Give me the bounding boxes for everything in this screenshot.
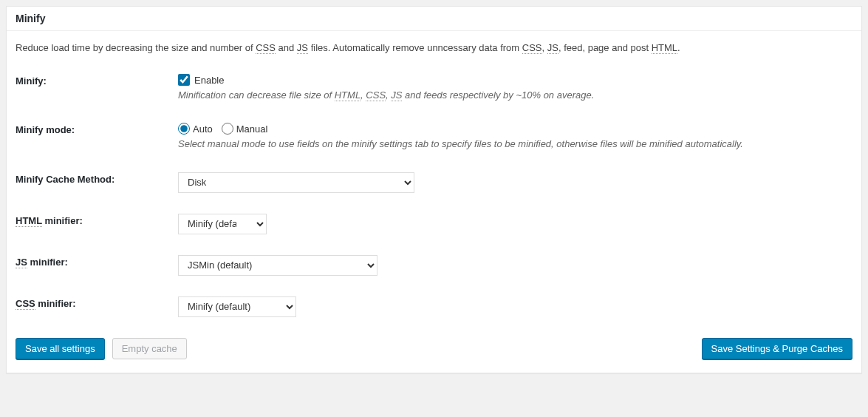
js-minifier-rest: minifier: [27, 257, 68, 268]
html-minifier-abbr: HTML [16, 215, 42, 227]
cache-method-label: Minify Cache Method: [16, 172, 178, 185]
minify-hint-js: JS [391, 89, 402, 101]
row-cache-method: Minify Cache Method: Disk [16, 172, 852, 193]
row-js-minifier: JS minifier: JSMin (default) [16, 255, 852, 276]
mode-label: Minify mode: [16, 123, 178, 135]
button-row: Save all settings Empty cache Save Setti… [16, 338, 852, 360]
intro-and: and [276, 42, 297, 53]
minify-enable-label[interactable]: Enable [178, 74, 852, 86]
mode-control: Auto Manual Select manual mode to use fi… [178, 123, 852, 151]
row-minify-mode: Minify mode: Auto Manual Select manual m… [16, 123, 852, 151]
left-buttons: Save all settings Empty cache [16, 338, 187, 360]
minify-panel: Minify Reduce load time by decreasing th… [6, 6, 862, 373]
mode-manual-label[interactable]: Manual [222, 123, 268, 135]
row-css-minifier: CSS minifier: Minify (default) [16, 296, 852, 317]
intro-js2-abbr: JS [547, 42, 558, 54]
empty-cache-button[interactable]: Empty cache [112, 338, 187, 360]
minify-hint-html: HTML [335, 89, 360, 101]
css-minifier-rest: minifier: [35, 298, 76, 309]
intro-comma: , [542, 42, 547, 53]
minify-enable-checkbox[interactable] [178, 74, 190, 86]
js-minifier-control: JSMin (default) [178, 255, 852, 276]
intro-text: Reduce load time by decreasing the size … [16, 41, 852, 55]
intro-tail: , feed, page and post [558, 42, 652, 53]
panel-title: Minify [7, 7, 861, 31]
js-minifier-abbr: JS [16, 257, 27, 268]
css-minifier-control: Minify (default) [178, 296, 852, 317]
mode-hint: Select manual mode to use fields on the … [178, 138, 852, 151]
html-minifier-control: Minify (default) [178, 214, 852, 234]
js-minifier-label: JS minifier: [16, 255, 178, 268]
css-minifier-label: CSS minifier: [16, 296, 178, 309]
html-minifier-label: HTML minifier: [16, 214, 178, 226]
intro-css-abbr: CSS [256, 42, 276, 54]
minify-label: Minify: [16, 74, 178, 87]
css-minifier-abbr: CSS [16, 298, 35, 310]
intro-pre: Reduce load time by decreasing the size … [16, 42, 256, 53]
html-minifier-rest: minifier: [42, 215, 83, 226]
html-minifier-select[interactable]: Minify (default) [178, 214, 267, 234]
minify-hint-tail: and feeds respectively by ~10% on averag… [402, 89, 594, 101]
intro-html-abbr: HTML [652, 42, 677, 54]
cache-method-control: Disk [178, 172, 852, 193]
save-all-button[interactable]: Save all settings [16, 338, 105, 360]
mode-radios: Auto Manual [178, 123, 852, 135]
intro-end: . [677, 42, 680, 53]
save-purge-button[interactable]: Save Settings & Purge Caches [702, 338, 853, 360]
row-html-minifier: HTML minifier: Minify (default) [16, 214, 852, 234]
minify-enable-text: Enable [194, 75, 224, 86]
minify-control: Enable Minification can decrease file si… [178, 74, 852, 102]
minify-hint-css: CSS [366, 89, 386, 101]
mode-auto-radio[interactable] [178, 123, 190, 135]
intro-mid: files. Automatically remove unncessary d… [308, 42, 522, 53]
mode-auto-label[interactable]: Auto [178, 123, 213, 135]
cache-method-select[interactable]: Disk [178, 172, 414, 193]
mode-manual-text: Manual [236, 123, 268, 135]
row-minify: Minify: Enable Minification can decrease… [16, 74, 852, 102]
minify-hint: Minification can decrease file size of H… [178, 89, 852, 102]
mode-auto-text: Auto [193, 123, 213, 135]
minify-hint-pre: Minification can decrease file size of [178, 89, 335, 101]
mode-manual-radio[interactable] [222, 123, 233, 135]
intro-css2-abbr: CSS [522, 42, 542, 54]
css-minifier-select[interactable]: Minify (default) [178, 296, 296, 317]
js-minifier-select[interactable]: JSMin (default) [178, 255, 377, 276]
panel-body: Reduce load time by decreasing the size … [7, 31, 861, 373]
intro-js-abbr: JS [297, 42, 308, 54]
